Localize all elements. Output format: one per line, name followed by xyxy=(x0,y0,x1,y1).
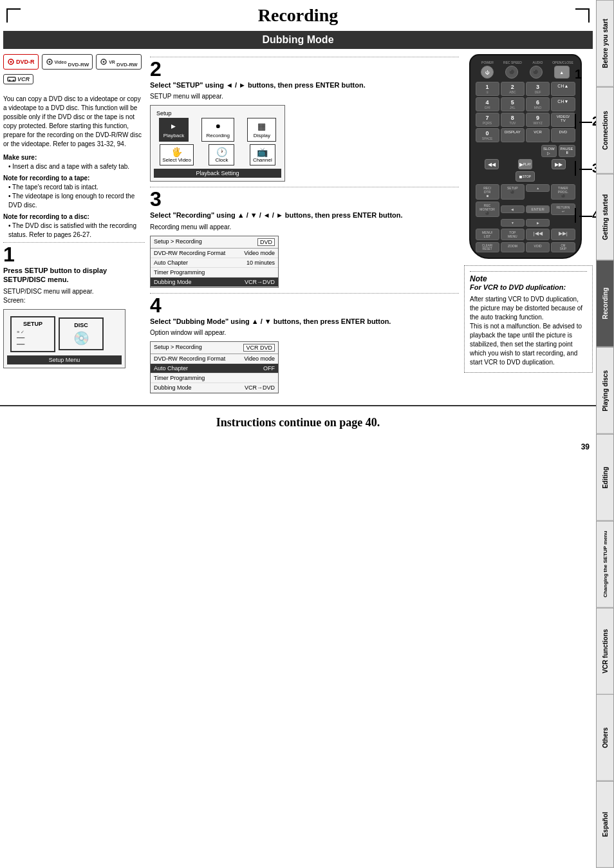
num-btn-2[interactable]: 2ABC xyxy=(501,82,525,96)
num-btn-6[interactable]: 6MNO xyxy=(526,97,550,111)
left-button[interactable]: ◀ xyxy=(501,205,525,213)
enter-center-button[interactable]: ENTER xyxy=(526,205,550,213)
menu-row-2-3: Timer Programming xyxy=(151,373,278,383)
open-close-button[interactable]: ▲ xyxy=(554,66,570,79)
skip-back-button[interactable]: |◀◀ xyxy=(526,229,550,240)
setup-screen-title: Setup xyxy=(154,109,281,118)
num-btn-space[interactable]: 0SPACE xyxy=(476,128,499,142)
setup-menu-screen: Setup ▶ Playback ⏺ Recording ▦ xyxy=(150,105,285,182)
dvd-button[interactable]: DVD xyxy=(551,128,575,142)
tab-connections[interactable]: Connections xyxy=(596,87,614,174)
right-button[interactable]: ▶ xyxy=(526,219,550,227)
num-btn-ch2[interactable]: CH▼ xyxy=(551,97,575,111)
num-btn-5[interactable]: 5JKL xyxy=(501,97,525,111)
dvdrw-video-logo: VideoDVD-RW xyxy=(42,54,93,70)
note-tape-item-1: The tape's record tab is intact. xyxy=(3,183,145,192)
page-title: Recording xyxy=(0,0,596,31)
svg-point-3 xyxy=(48,61,50,63)
tab-vcr-functions[interactable]: VCR functions xyxy=(596,608,614,695)
recording-icon-box: ⏺ Recording xyxy=(201,118,234,142)
setup-disc-screen: SETUP ≡ ✓━━━━━━ DISC 💿 Setup M xyxy=(3,309,126,368)
step-1-section: 1 Press SETUP button to display SETUP/DI… xyxy=(3,242,145,368)
rec-dtr-button[interactable]: REC/DTR⏺ xyxy=(476,184,499,200)
menu-row-1-3: Timer Programming xyxy=(151,268,278,278)
rec-speed-button[interactable]: ⚫ xyxy=(505,66,518,79)
num-btn-ch[interactable]: CH▲ xyxy=(551,82,575,96)
up-button[interactable]: ▲ xyxy=(526,184,550,192)
tab-editing[interactable]: Editing xyxy=(596,434,614,521)
menu-row-1-2: Auto Chapter 10 minutes xyxy=(151,258,278,268)
audio-button[interactable]: ⚫ xyxy=(530,66,543,79)
stop-button[interactable]: ■STOP xyxy=(516,171,535,182)
select-video-icon: 🖐 Select Video xyxy=(160,144,194,165)
void-button[interactable]: VOID xyxy=(526,242,550,252)
timer-prog-button[interactable]: TIMERPROG.⚫ xyxy=(551,184,575,200)
num-btn-8[interactable]: 8TUV xyxy=(501,113,525,127)
tab-others[interactable]: Others xyxy=(596,694,614,781)
step-4-desc: Option window will appear. xyxy=(150,328,459,337)
tab-playing-discs[interactable]: Playing discs xyxy=(596,347,614,434)
slow-button[interactable]: SLOW▷ xyxy=(541,145,557,157)
note-subtitle: For VCR to DVD duplication: xyxy=(470,283,587,291)
setup-button[interactable]: SETUP⚫ xyxy=(501,184,525,200)
step-3-desc: Recording menu will appear. xyxy=(150,223,459,232)
make-sure-title: Make sure: xyxy=(3,154,145,161)
video-tv-button[interactable]: VIDEO/TV xyxy=(551,113,575,127)
note-tape-item-2: The videotape is long enough to record t… xyxy=(3,192,145,210)
audio-label: AUDIO xyxy=(526,61,550,64)
rewind-button[interactable]: ◀◀ xyxy=(485,159,499,169)
skip-fwd-button[interactable]: ▶▶| xyxy=(551,229,575,240)
cm-skip-button[interactable]: CMSKIP xyxy=(551,242,575,252)
tab-getting-started[interactable]: Getting started xyxy=(596,174,614,261)
power-button[interactable]: ⏻ xyxy=(481,66,494,79)
open-close-label: OPEN/CLOSE xyxy=(551,61,575,64)
down-button[interactable]: ▼ xyxy=(501,219,525,227)
display-button[interactable]: DISPLAY xyxy=(501,128,525,142)
playback-setting-label: Playback Setting xyxy=(154,169,281,178)
svg-point-8 xyxy=(13,80,15,82)
clock-icon: 🕐 Clock xyxy=(209,144,234,165)
note-box: Note For VCR to DVD duplication: After s… xyxy=(464,265,593,373)
tab-recording[interactable]: Recording xyxy=(596,260,614,347)
menu-list-button[interactable]: MENU/LIST xyxy=(476,229,499,240)
note-content: After starting VCR to DVD duplication, t… xyxy=(470,295,587,367)
num-btn-3[interactable]: 3DEF xyxy=(526,82,550,96)
note-tape-title: Note for recording to a tape: xyxy=(3,175,145,182)
top-menu-button[interactable]: TOPMENU xyxy=(501,229,525,240)
num-btn-9[interactable]: 9WXYZ xyxy=(526,113,550,127)
dvd-badge-1: DVD xyxy=(257,238,275,246)
menu-row-2-4: Dubbing Mode VCR→DVD xyxy=(151,383,278,393)
menu-title-1: Setup > Recording xyxy=(154,238,202,246)
right-column: POWER REC SPEED AUDIO OPEN/CLOSE ⏻ ⚫ ⚫ ▲ xyxy=(464,54,593,399)
step-1-number: 1 xyxy=(3,244,145,265)
step-4-number: 4 xyxy=(150,295,459,316)
menu-title-2: Setup > Recording xyxy=(154,344,202,352)
play-button[interactable]: ▶PLAY xyxy=(518,159,532,169)
zoom-button[interactable]: ZOOM xyxy=(501,242,525,252)
rec-speed-label: REC SPEED xyxy=(501,61,525,64)
num-btn-4[interactable]: 4GHI xyxy=(476,97,499,111)
svg-point-1 xyxy=(10,61,12,63)
num-btn-1[interactable]: 1① xyxy=(476,82,499,96)
tab-changing-setup[interactable]: Changing the SETUP menu xyxy=(596,521,614,608)
step-2-title: Select "SETUP" using ◄ / ► buttons, then… xyxy=(150,80,459,90)
dvdrw-vr-logo: VRDVD-RW xyxy=(96,54,141,70)
step-4-section: 4 Select "Dubbing Mode" using ▲ / ▼ butt… xyxy=(150,293,459,393)
tab-espanol[interactable]: Español xyxy=(596,781,614,868)
step-3-section: 3 Select "Recording" using ▲ / ▼ / ◄ / ►… xyxy=(150,187,459,287)
ff-button[interactable]: ▶▶ xyxy=(552,159,566,169)
menu-row-2-2: Auto Chapter OFF xyxy=(151,364,278,373)
vcr-button[interactable]: VCR xyxy=(526,128,550,142)
rec-monitor-button[interactable]: RECMONITOR⚫ xyxy=(476,202,499,217)
step-1-title: Press SETUP button to display SETUP/DISC… xyxy=(3,266,145,285)
remote-control: POWER REC SPEED AUDIO OPEN/CLOSE ⏻ ⚫ ⚫ ▲ xyxy=(464,54,586,259)
intro-text: You can copy a DVD disc to a videotape o… xyxy=(3,95,145,149)
device-logos: DVD-R VideoDVD-RW VRDVD-RW xyxy=(3,54,145,90)
num-btn-7[interactable]: 7PQRS xyxy=(476,113,499,127)
clear-reset-button[interactable]: CLEAR/RESET xyxy=(476,242,499,252)
playback-icon-box: ▶ Playback xyxy=(159,118,189,142)
tab-before-you-start[interactable]: Before you start xyxy=(596,0,614,87)
pause-button[interactable]: PAUSE⏸ xyxy=(559,145,575,157)
return-button[interactable]: RETURN↩ xyxy=(551,203,575,215)
svg-point-7 xyxy=(9,80,11,82)
